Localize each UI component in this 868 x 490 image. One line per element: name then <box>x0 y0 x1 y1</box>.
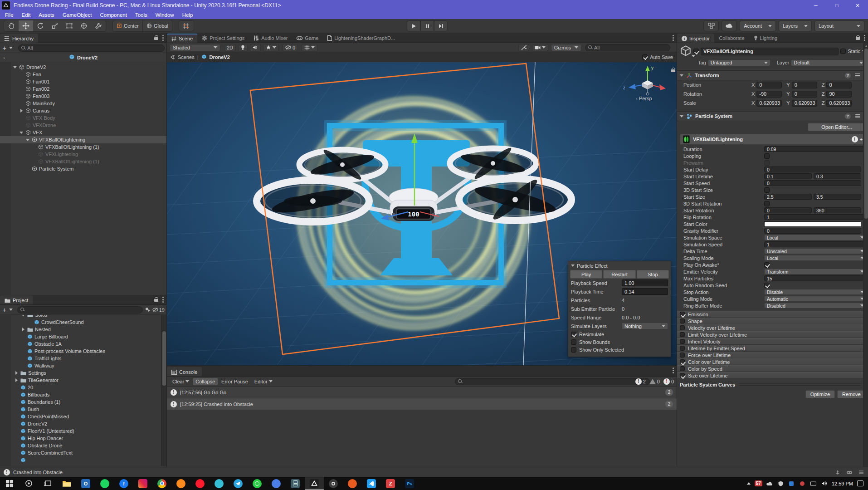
tab-console[interactable]: Console <box>167 367 202 376</box>
console-entry[interactable]: ![12:59:25] Crashed into Obstacle2 <box>167 398 677 410</box>
hierarchy-item-vfxdrone[interactable]: VFXDrone <box>0 122 166 129</box>
project-item-nested[interactable]: Nested <box>0 326 166 333</box>
y-field[interactable]: 0.620933 <box>792 100 817 107</box>
pp-value-field[interactable]: 0.14 <box>622 288 668 295</box>
layout-dropdown[interactable]: Layout <box>814 20 864 31</box>
tab-scene[interactable]: Scene <box>167 34 197 43</box>
hidden-objects-toggle[interactable]: 0 <box>283 44 298 51</box>
lock-icon[interactable] <box>154 297 159 302</box>
tag-dropdown[interactable]: Untagged <box>708 59 770 66</box>
project-item-settings[interactable]: Settings <box>0 369 166 377</box>
kebab-menu-icon[interactable] <box>673 368 674 373</box>
taskbar-app-facebook[interactable]: f <box>114 477 133 490</box>
foldout-arrow-icon[interactable] <box>680 115 683 118</box>
taskbar-app-photoshop[interactable]: Ps <box>400 477 419 490</box>
project-item-trafficlights[interactable]: TrafficLights <box>0 355 166 362</box>
value-field[interactable]: 0 <box>764 207 812 213</box>
help-icon[interactable]: ? <box>845 113 851 119</box>
tab-collaborate[interactable]: Collaborate <box>714 34 749 43</box>
pp-value-field[interactable]: 1.00 <box>622 279 668 286</box>
module-checkbox[interactable] <box>680 353 685 358</box>
hidden-packages-count[interactable]: 19 <box>152 307 165 313</box>
taskbar-app-spotify[interactable] <box>95 477 114 490</box>
taskbar-app-unity-hub[interactable] <box>324 477 343 490</box>
inspector-scrollbar[interactable]: ▲ <box>863 43 868 467</box>
statusbar-icon[interactable] <box>846 470 853 475</box>
z-field[interactable]: 90 <box>826 91 852 98</box>
scene-tools-icon[interactable] <box>518 44 529 51</box>
menu-window[interactable]: Window <box>151 11 178 19</box>
console-error-pause-button[interactable]: Error Pause <box>219 378 251 385</box>
project-item-crowdcheersound[interactable]: CrowdCheerSound <box>0 318 166 326</box>
hand-tool-button[interactable] <box>4 20 19 31</box>
taskbar-app-vscode[interactable] <box>362 477 381 490</box>
scene-search-input[interactable]: All <box>585 44 670 51</box>
y-field[interactable]: 0 <box>792 91 817 98</box>
warning-count[interactable]: 0 <box>649 379 660 384</box>
orientation-toggle[interactable]: Global <box>142 20 172 31</box>
value-field-2[interactable]: 3.5 <box>814 194 861 200</box>
taskbar-app-file-explorer[interactable] <box>57 477 76 490</box>
search-button[interactable] <box>19 477 38 490</box>
hierarchy-item-fan003[interactable]: Fan003 <box>0 93 166 100</box>
tab-inspector[interactable]: i Inspector <box>677 34 714 43</box>
pause-button[interactable] <box>420 20 434 31</box>
lock-icon[interactable] <box>154 35 159 40</box>
menu-assets[interactable]: Assets <box>34 11 59 19</box>
module-checkbox[interactable] <box>680 373 685 378</box>
task-view-button[interactable] <box>38 477 57 490</box>
rotate-tool-button[interactable] <box>33 20 48 31</box>
hierarchy-item-vfxballoflightening-1-[interactable]: VFXBallOfLightening (1) <box>0 158 166 165</box>
kebab-menu-icon[interactable] <box>162 297 164 303</box>
hierarchy-item-particle-system[interactable]: Particle System <box>0 165 166 172</box>
gameobject-name-field[interactable]: VFXBallOfLightening <box>701 48 839 55</box>
optimize-button[interactable]: Optimize <box>805 390 835 398</box>
auto-save-toggle[interactable]: Auto Save <box>642 54 673 60</box>
project-add-button[interactable]: + <box>2 307 7 313</box>
remove-button[interactable]: Remove <box>837 390 866 398</box>
pp-check-show-only-selected[interactable]: Show Only Selected <box>568 346 671 353</box>
account-dropdown[interactable]: Account <box>740 20 776 31</box>
project-item-billboards[interactable]: Billboards <box>0 391 166 398</box>
scene-camera-icon[interactable] <box>532 44 548 51</box>
orientation-gizmo[interactable]: y z ‹ Persp <box>621 64 667 101</box>
gameobject-icon[interactable] <box>680 45 692 58</box>
taskbar-app-instagram[interactable] <box>133 477 152 490</box>
hierarchy-item-vfxballoflightening-1-[interactable]: VFXBallOfLightening (1) <box>0 143 166 151</box>
tray-icon[interactable] <box>788 480 795 487</box>
checkbox[interactable] <box>764 160 770 166</box>
taskbar-app-messenger[interactable] <box>267 477 286 490</box>
tray-icon[interactable] <box>810 480 817 487</box>
restart-button[interactable]: Restart <box>603 270 635 279</box>
tab-lighting[interactable]: Lighting <box>749 34 782 43</box>
project-item-walkway[interactable]: Walkway <box>0 362 166 369</box>
hierarchy-item-fan001[interactable]: Fan001 <box>0 78 166 85</box>
dropdown[interactable]: Disabled <box>764 303 867 309</box>
open-editor-button[interactable]: Open Editor... <box>808 123 866 131</box>
value-field[interactable]: 2.5 <box>764 194 812 200</box>
foldout-arrow-icon[interactable] <box>680 74 683 77</box>
module-checkbox[interactable] <box>680 366 685 371</box>
menu-file[interactable]: File <box>1 11 18 19</box>
value-field[interactable]: 1 <box>764 241 867 247</box>
hierarchy-item-vfxballoflightening[interactable]: VFXBallOfLightening <box>0 136 166 143</box>
dropdown[interactable]: Local <box>764 255 867 261</box>
x-field[interactable]: 0 <box>756 82 782 88</box>
breadcrumb-current[interactable]: DroneV2 <box>210 54 230 60</box>
taskbar-app-firefox[interactable] <box>171 477 190 490</box>
hierarchy-item-vfxlightening[interactable]: VFXLightening <box>0 151 166 158</box>
ps-module-limit-velocity-over-lifetime[interactable]: Limit Velocity over Lifetime <box>677 331 868 338</box>
hierarchy-add-button[interactable]: + <box>2 45 7 51</box>
play-button[interactable]: Play <box>570 270 602 279</box>
error-count[interactable]: !0 <box>663 378 674 385</box>
breadcrumb-scenes[interactable]: Scenes <box>178 54 195 60</box>
hierarchy-add-caret-icon[interactable] <box>9 47 13 49</box>
module-checkbox[interactable] <box>680 318 685 323</box>
pivot-toggle[interactable]: Center <box>113 20 142 31</box>
grid-snap-button[interactable] <box>179 20 194 31</box>
search-by-type-icon[interactable] <box>145 307 151 313</box>
project-item-dronev2[interactable]: DroneV2 <box>0 420 166 427</box>
module-checkbox[interactable] <box>680 359 685 364</box>
kebab-menu-icon[interactable] <box>864 35 865 41</box>
info-count[interactable]: !2 <box>635 378 646 385</box>
